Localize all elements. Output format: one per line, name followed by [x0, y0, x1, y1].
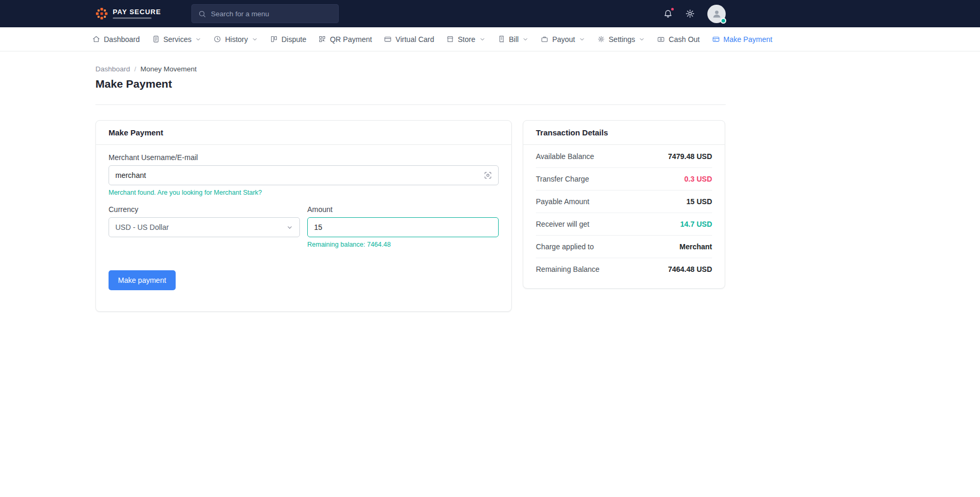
online-status-dot: [720, 18, 726, 24]
chevron-down-icon: [252, 36, 258, 43]
page-content: Dashboard / Money Movement Make Payment …: [95, 65, 726, 312]
make-payment-card: Make Payment Merchant Username/E-mail Me…: [95, 120, 512, 312]
home-icon: [92, 35, 100, 43]
nav-item-dispute[interactable]: Dispute: [270, 35, 306, 44]
nav-label: Services: [164, 35, 192, 44]
dispute-icon: [270, 35, 278, 43]
nav-label: Store: [458, 35, 475, 44]
breadcrumb-current: Money Movement: [141, 65, 197, 73]
merchant-help-text[interactable]: Merchant found. Are you looking for Merc…: [109, 189, 499, 196]
chevron-down-icon: [579, 36, 585, 43]
nav-label: History: [225, 35, 248, 44]
chevron-down-icon: [195, 36, 201, 43]
nav-label: Virtual Card: [395, 35, 434, 44]
detail-label: Available Balance: [536, 152, 594, 161]
nav-label: Dispute: [282, 35, 306, 44]
search-input[interactable]: [211, 10, 332, 18]
detail-label: Remaining Balance: [536, 265, 599, 273]
nav-item-qr-payment[interactable]: QR Payment: [318, 35, 372, 44]
store-icon: [446, 35, 454, 43]
brand-logo[interactable]: Pay Secure: [95, 7, 161, 20]
brand-mark-icon: [95, 7, 108, 20]
brand-name: Pay Secure: [113, 8, 161, 19]
amount-help-text: Remaining balance: 7464.48: [307, 241, 499, 248]
breadcrumb: Dashboard / Money Movement: [95, 65, 726, 73]
detail-row-transfer-charge: Transfer Charge 0.3 USD: [536, 168, 712, 191]
payout-icon: [541, 35, 548, 43]
nav-label: Make Payment: [724, 35, 772, 44]
detail-label: Payable Amount: [536, 197, 589, 206]
chevron-down-icon: [479, 36, 486, 43]
chevron-down-icon: [639, 36, 645, 43]
amount-label: Amount: [307, 205, 499, 214]
make-payment-button[interactable]: Make payment: [109, 270, 176, 290]
main-navbar: Dashboard Services History Dispute QR Pa…: [0, 27, 980, 51]
services-icon: [152, 35, 160, 43]
nav-item-services[interactable]: Services: [152, 35, 202, 44]
cash-out-icon: [657, 35, 665, 43]
detail-row-payable-amount: Payable Amount 15 USD: [536, 191, 712, 213]
nav-item-payout[interactable]: Payout: [541, 35, 585, 44]
amount-input[interactable]: [307, 217, 499, 237]
transaction-details-card: Transaction Details Available Balance 74…: [523, 120, 725, 289]
settings-icon: [597, 35, 605, 43]
detail-value: 0.3 USD: [684, 175, 712, 183]
nav-item-store[interactable]: Store: [446, 35, 485, 44]
make-payment-card-title: Make Payment: [96, 121, 511, 145]
page-divider: [95, 104, 726, 105]
nav-label: QR Payment: [330, 35, 372, 44]
nav-item-cash-out[interactable]: Cash Out: [657, 35, 699, 44]
detail-row-available-balance: Available Balance 7479.48 USD: [536, 145, 712, 168]
brand-tagline: [113, 17, 152, 19]
breadcrumb-separator: /: [134, 65, 136, 73]
detail-value: Merchant: [680, 242, 712, 251]
merchant-label: Merchant Username/E-mail: [109, 153, 499, 162]
virtual-card-icon: [384, 35, 392, 43]
qr-icon: [318, 35, 326, 43]
nav-item-virtual-card[interactable]: Virtual Card: [384, 35, 434, 44]
notification-badge: [670, 7, 675, 12]
detail-row-charge-applied-to: Charge applied to Merchant: [536, 236, 712, 258]
currency-selected-value: USD - US Dollar: [115, 223, 169, 231]
bill-icon: [498, 35, 505, 43]
detail-label: Receiver will get: [536, 220, 589, 228]
merchant-input[interactable]: [109, 165, 499, 185]
history-icon: [213, 35, 221, 43]
detail-row-receiver-will-get: Receiver will get 14.7 USD: [536, 213, 712, 236]
currency-label: Currency: [109, 205, 300, 214]
detail-row-remaining-balance: Remaining Balance 7464.48 USD: [536, 258, 712, 280]
menu-search: [191, 4, 339, 23]
chevron-down-icon: [286, 224, 293, 231]
make-payment-icon: [712, 35, 720, 43]
search-icon: [198, 10, 206, 18]
nav-item-dashboard[interactable]: Dashboard: [92, 35, 140, 44]
breadcrumb-dashboard[interactable]: Dashboard: [95, 65, 130, 73]
transaction-details-title: Transaction Details: [523, 121, 725, 145]
nav-label: Payout: [552, 35, 575, 44]
nav-item-settings[interactable]: Settings: [597, 35, 645, 44]
theme-icon[interactable]: [685, 9, 695, 18]
chevron-down-icon: [522, 36, 529, 43]
bell-icon[interactable]: [663, 9, 673, 18]
nav-item-history[interactable]: History: [213, 35, 258, 44]
detail-value: 7479.48 USD: [668, 152, 712, 161]
page-title: Make Payment: [95, 78, 726, 90]
detail-label: Charge applied to: [536, 242, 594, 251]
currency-select[interactable]: USD - US Dollar: [109, 217, 300, 237]
scan-icon[interactable]: [483, 171, 492, 180]
detail-value: 15 USD: [686, 197, 712, 206]
nav-item-make-payment[interactable]: Make Payment: [712, 35, 772, 44]
nav-label: Settings: [609, 35, 636, 44]
nav-label: Dashboard: [104, 35, 140, 44]
avatar[interactable]: [707, 5, 726, 23]
detail-value: 7464.48 USD: [668, 265, 712, 273]
detail-label: Transfer Charge: [536, 175, 589, 183]
nav-label: Cash Out: [669, 35, 699, 44]
nav-item-bill[interactable]: Bill: [498, 35, 529, 44]
detail-value: 14.7 USD: [680, 220, 712, 228]
topbar: Pay Secure: [0, 0, 980, 27]
nav-label: Bill: [509, 35, 519, 44]
